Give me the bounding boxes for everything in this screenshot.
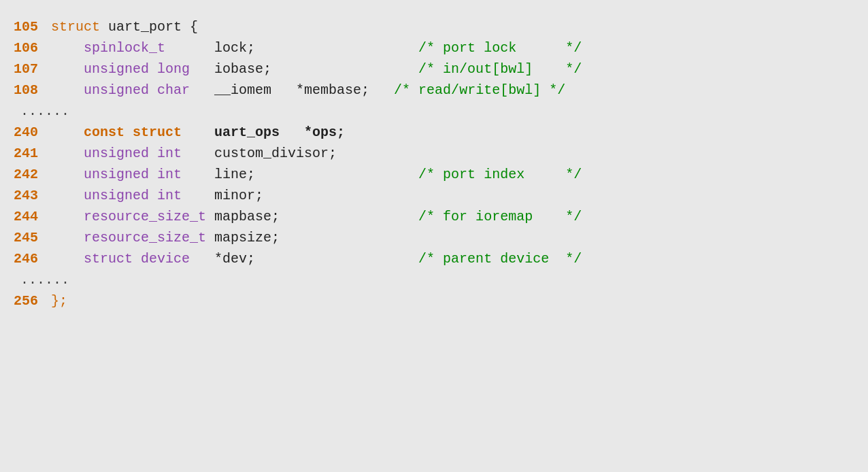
code-token: resource_size_t [51,227,214,248]
line-number: 106 [14,37,51,58]
code-token: /* parent device */ [418,248,582,269]
code-line: 246 struct device *dev; /* parent device… [14,248,854,269]
code-token: unsigned long [51,58,214,80]
code-token: uart_ops *ops; [214,122,345,143]
code-token: /* port lock */ [418,37,582,58]
code-token: struct device [51,248,214,269]
line-number: 105 [14,16,51,37]
code-token [255,248,418,269]
code-token: *dev; [214,248,255,269]
code-block: 105struct uart_port {106 spinlock_t lock… [14,16,854,311]
code-token: unsigned int [51,164,214,185]
line-number: 256 [14,290,51,311]
line-number: 245 [14,227,51,248]
code-token: __iomem *membase; [214,80,369,101]
code-token: iobase; [214,58,271,80]
code-token: /* for ioremap */ [418,206,582,227]
code-line: ...... [14,101,854,122]
line-number: 244 [14,206,51,227]
code-token [280,206,418,227]
code-token: line; [214,164,255,185]
code-token: uart_port { [108,16,198,37]
code-token: unsigned int [51,185,214,206]
code-token: spinlock_t [51,37,214,58]
line-number: 243 [14,185,51,206]
code-token: lock; [214,37,255,58]
main-container: 105struct uart_port {106 spinlock_t lock… [0,0,868,472]
code-line: 240 const struct uart_ops *ops; [14,122,854,143]
code-line: 241 unsigned int custom_divisor; [14,143,854,164]
code-line: 107 unsigned long iobase; /* in/out[bwl]… [14,58,854,80]
line-number: 241 [14,143,51,164]
code-token [369,80,394,101]
code-line: 245 resource_size_t mapsize; [14,227,854,248]
line-number: 246 [14,248,51,269]
code-line: 105struct uart_port { [14,16,854,37]
code-token: }; [51,290,67,311]
code-line: 256}; [14,290,854,311]
code-line: 242 unsigned int line; /* port index */ [14,164,854,185]
code-token: /* read/write[bwl] */ [394,80,565,101]
line-number: 240 [14,122,51,143]
code-token: mapsize; [214,227,280,248]
code-token: resource_size_t [51,206,214,227]
code-token: const struct [51,122,214,143]
ellipsis: ...... [14,269,69,290]
code-token: struct [51,16,108,37]
line-number: 108 [14,80,51,101]
code-token: /* port index */ [418,164,582,185]
code-token: minor; [214,185,263,206]
code-token: custom_divisor; [214,143,337,164]
code-token: /* in/out[bwl] */ [418,58,582,80]
code-token [271,58,418,80]
code-line: 106 spinlock_t lock; /* port lock */ [14,37,854,58]
line-number: 242 [14,164,51,185]
code-line: ...... [14,269,854,290]
code-token: mapbase; [214,206,280,227]
code-token [255,164,418,185]
code-line: 108 unsigned char __iomem *membase; /* r… [14,80,854,101]
code-token: unsigned char [51,80,214,101]
code-line: 243 unsigned int minor; [14,185,854,206]
ellipsis: ...... [14,101,69,122]
code-token [255,37,418,58]
code-token: unsigned int [51,143,214,164]
code-line: 244 resource_size_t mapbase; /* for iore… [14,206,854,227]
line-number: 107 [14,58,51,80]
